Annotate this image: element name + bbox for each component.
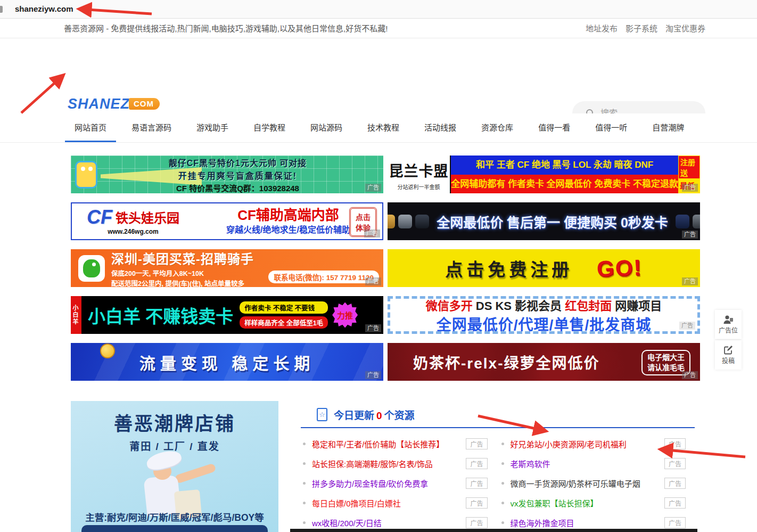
banner-kunlan-kameng[interactable]: 昆兰卡盟 分站返利一半金额 和平 王者 CF 绝地 黑号 LOL 永劫 暗夜 D… (388, 155, 700, 193)
ad-tag: 广告 (682, 231, 698, 239)
go-splash: GO! (597, 255, 643, 282)
shop-card[interactable]: 善恶潮牌店铺 莆田 / 工厂 / 直发 主营:耐克/阿迪/万斯/匡威/冠军/彪马… (71, 401, 278, 532)
banner-traffic-monetize[interactable]: 流量变现 稳定长期 广告 (71, 343, 383, 381)
submit-label: 投稿 (722, 356, 735, 365)
link-address-publish[interactable]: 地址发布 (586, 19, 618, 38)
ad-tag: 广告 (364, 230, 380, 238)
banner-meituan-rider[interactable]: 深圳-美团买菜-招聘骑手 保底200一天, 平均月入8K~10K 配送范围2公里… (71, 249, 383, 287)
nav-item-site-source[interactable]: 网站源码 (310, 113, 342, 142)
ad-tag: 广告 (365, 184, 381, 192)
banner-line: 全网辅助都有 作者卖卡 全网最低价 免费卖卡 不稳定退款 (451, 175, 678, 194)
main-nav: 网站首页 易语言源码 游戏助手 自学教程 网站源码 技术教程 活动线报 资源仓库… (0, 113, 757, 143)
item-link[interactable]: 每日白嫖/0撸项目/白嫖社 (312, 497, 401, 509)
bullet-dot (303, 482, 306, 485)
ad-badge: 广告 (466, 458, 487, 469)
banner-tietouwa-cf[interactable]: CF 铁头娃乐园 www.246wg.com CF辅助高端内部 穿越火线/绝地求… (71, 202, 383, 240)
list-item: 好兄弟站/小庚资源网/老司机福利广告 (495, 434, 694, 454)
link-shadow-system[interactable]: 影子系统 (626, 19, 657, 38)
item-link[interactable]: 好兄弟站/小庚资源网/老司机福利 (511, 438, 627, 449)
item-link[interactable]: 稳定和平/王者/低价辅助【站长推荐】 (312, 438, 444, 449)
xiaobaiyang-tags: 作者卖卡 不稳定 不要钱 样样商品齐全 全部低至1毛 (240, 301, 328, 329)
game-icon (398, 215, 412, 228)
list-item: 稳定和平/王者/低价辅助【站长推荐】广告 (297, 434, 495, 454)
banner-line: 开挂专用爽号盲盒质量保证! (92, 169, 383, 182)
nav-item-game-helper[interactable]: 游戏助手 (196, 113, 228, 142)
banner-cf-black-account[interactable]: 靓仔CF黑号特价1元大元帅 可对接 开挂专用爽号盲盒质量保证! CF 特价黑号交… (71, 155, 383, 193)
shop-card-bottom-bar (81, 525, 268, 532)
today-updates-card: ☆ 今日更新0个资源 稳定和平/王者/低价辅助【站长推荐】广告 站长担保:高端潮… (290, 401, 697, 532)
ad-badge: 广告 (664, 438, 686, 449)
banner-line: 点击免费注册 (445, 256, 573, 281)
banner-line: 注册送 (678, 155, 700, 179)
banner-line: 靓仔CF黑号特价1元大元帅 可对接 (92, 156, 383, 169)
cf-logo: CF (87, 208, 112, 227)
banner-naichabei-relx[interactable]: 奶茶杯-relx-绿萝全网低价 电子烟大王 请认准毛毛 广告 (388, 343, 700, 381)
site-description: 善恶资源网 - 免费提供线报活动,热门新闻,电脑技巧,游戏辅助,以及其他日常信息… (64, 19, 388, 38)
browser-topbar: shaneziyw.com (0, 0, 757, 19)
bullet-dot (501, 502, 504, 504)
ad-badge: 广告 (466, 517, 487, 528)
edit-icon (723, 345, 733, 355)
nav-item-home[interactable]: 网站首页 (75, 113, 106, 142)
nav-item-tutorials[interactable]: 自学教程 (253, 113, 285, 142)
ad-tag: 广告 (365, 277, 381, 285)
header-divider (301, 427, 695, 428)
banner-line: CF 特价黑号交流Q群：103928248 (92, 182, 383, 193)
kunlan-mid-panel: 和平 王者 CF 绝地 黑号 LOL 永劫 暗夜 DNF 全网辅助都有 作者卖卡… (451, 155, 678, 193)
nav-item-worth-listen[interactable]: 值得一听 (595, 113, 627, 142)
item-link[interactable]: 老斯鸡软件 (511, 458, 550, 469)
item-link[interactable]: 微商一手货源网/奶茶杯可乐罐电子烟 (511, 478, 640, 489)
link-taobao-coupon[interactable]: 淘宝优惠券 (665, 19, 705, 38)
shop-card-title: 善恶潮牌店铺 (71, 408, 278, 436)
banner-segment: DS KS 影视会员 (473, 299, 565, 313)
today-title-suffix: 个资源 (384, 410, 415, 421)
stamp-line: 点击 (356, 211, 371, 222)
gold-coin-icon (100, 343, 115, 358)
nav-item-brand-shop[interactable]: 自营潮牌 (652, 113, 684, 142)
infobar-links: 地址发布 影子系统 淘宝优惠券 (586, 19, 705, 38)
ad-badge: 广告 (664, 478, 686, 489)
bullet-dot (303, 462, 306, 465)
bullet-dot (501, 443, 504, 445)
nav-item-tech[interactable]: 技术教程 (367, 113, 399, 142)
nav-item-activity[interactable]: 活动线报 (424, 113, 456, 142)
nav-item-worth-watch[interactable]: 值得一看 (538, 113, 570, 142)
list-item: 拼多多助力/现金转盘/砍价免费拿广告 (297, 473, 495, 493)
ad-badge: 广告 (466, 478, 487, 489)
today-title-prefix: 今日更新 (334, 410, 374, 421)
banner-faka-shop[interactable]: 全网最低价 售后第一 便捷购买 0秒发卡 广告 (388, 202, 700, 240)
game-icon (676, 215, 689, 228)
banner-segment: 红包封面 (565, 299, 612, 313)
browser-url[interactable]: shaneziyw.com (15, 4, 73, 13)
item-link[interactable]: 绿色海外撸金项目 (511, 517, 574, 528)
banner-line: 分站返利一半金额 (388, 183, 450, 191)
banner-free-register[interactable]: 点击免费注册 GO! 广告 (388, 249, 700, 287)
nav-item-warehouse[interactable]: 资源仓库 (481, 113, 513, 142)
banner-weixin-multi[interactable]: 微信多开 DS KS 影视会员 红包封面 网赚项目 全网最低价/代理/单售/批发… (388, 296, 700, 334)
ad-slot-label: 广告位 (719, 325, 738, 334)
contact-phone-pill: 联系电话(微信): 157 7719 1120 (268, 271, 379, 283)
today-list: 稳定和平/王者/低价辅助【站长推荐】广告 站长担保:高端潮鞋/服饰/名表/饰品广… (297, 434, 693, 532)
kunlan-left-panel: 昆兰卡盟 分站返利一半金额 (388, 155, 451, 193)
item-link[interactable]: 站长担保:高端潮鞋/服饰/名表/饰品 (312, 458, 433, 469)
bottom-dark-strip (290, 529, 697, 532)
game-icon (693, 215, 700, 228)
site-infobar: 善恶资源网 - 免费提供线报活动,热门新闻,电脑技巧,游戏辅助,以及其他日常信息… (0, 19, 757, 38)
submit-post-button[interactable]: 投稿 (715, 340, 742, 370)
list-item: 老斯鸡软件广告 (495, 454, 694, 473)
nav-item-yiyuyan[interactable]: 易语言源码 (131, 113, 171, 142)
banner-segment: 微信多开 (426, 299, 473, 313)
item-link[interactable]: 拼多多助力/现金转盘/砍价免费拿 (312, 478, 428, 489)
bookmark-star-icon: ☆ (317, 408, 327, 421)
item-link[interactable]: vx发包兼职【站长担保】 (511, 497, 598, 509)
ad-tag: 广告 (365, 371, 381, 379)
banner-line: 全网最低价 售后第一 便捷购买 0秒发卡 (437, 212, 668, 231)
list-item: 微商一手货源网/奶茶杯可乐罐电子烟广告 (495, 473, 694, 493)
item-link[interactable]: wx收租/200/天/日结 (312, 517, 382, 528)
banner-xiaobaiyang[interactable]: 小白羊 小白羊 不赚钱卖卡 作者卖卡 不稳定 不要钱 样样商品齐全 全部低至1毛… (71, 296, 383, 334)
browser-fragment-icon (0, 6, 3, 13)
ad-slot-button[interactable]: 广告位 (715, 310, 742, 339)
meituan-kangaroo-icon (78, 255, 105, 282)
shop-card-footer: 主营:耐克/阿迪/万斯/匡威/冠军/彪马/BOY等 (71, 510, 278, 523)
banner-line: 昆兰卡盟 (388, 160, 450, 181)
